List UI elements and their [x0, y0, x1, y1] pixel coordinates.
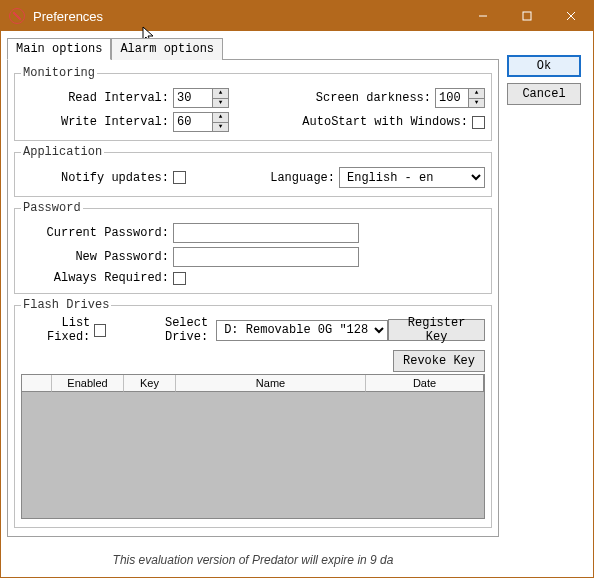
- svg-rect-1: [523, 12, 531, 20]
- write-interval-spinner[interactable]: ▲▼: [173, 112, 229, 132]
- password-group: Password Current Password: New Password:…: [14, 201, 492, 294]
- autostart-label: AutoStart with Windows:: [229, 115, 472, 129]
- close-button[interactable]: [549, 1, 593, 31]
- minimize-icon: [478, 11, 488, 21]
- window-title: Preferences: [33, 9, 103, 24]
- always-required-checkbox[interactable]: [173, 272, 186, 285]
- notify-updates-checkbox[interactable]: [173, 171, 186, 184]
- flash-drives-group: Flash Drives List Fixed: Select Drive: D…: [14, 298, 492, 528]
- screen-darkness-spin-buttons[interactable]: ▲▼: [469, 88, 485, 108]
- tabs-bar: Main options Alarm options: [7, 37, 499, 60]
- screen-darkness-input[interactable]: [435, 88, 469, 108]
- col-name[interactable]: Name: [176, 375, 366, 392]
- col-key[interactable]: Key: [124, 375, 176, 392]
- monitoring-group: Monitoring Read Interval: ▲▼ Screen dark…: [14, 66, 492, 141]
- read-interval-label: Read Interval:: [21, 91, 173, 105]
- preferences-window: Preferences Main options Alarm options M…: [0, 0, 594, 578]
- tab-alarm-options[interactable]: Alarm options: [111, 38, 223, 60]
- col-enabled[interactable]: Enabled: [52, 375, 124, 392]
- cancel-button[interactable]: Cancel: [507, 83, 581, 105]
- current-password-input[interactable]: [173, 223, 359, 243]
- screen-darkness-label: Screen darkness:: [229, 91, 435, 105]
- maximize-icon: [522, 11, 532, 21]
- tab-main-options[interactable]: Main options: [7, 38, 111, 60]
- ok-button[interactable]: Ok: [507, 55, 581, 77]
- language-label: Language:: [186, 171, 339, 185]
- write-interval-spin-buttons[interactable]: ▲▼: [213, 112, 229, 132]
- col-blank[interactable]: [22, 375, 52, 392]
- keys-table: Enabled Key Name Date: [21, 374, 485, 519]
- flash-drives-legend: Flash Drives: [21, 298, 111, 312]
- read-interval-spin-buttons[interactable]: ▲▼: [213, 88, 229, 108]
- application-legend: Application: [21, 145, 104, 159]
- close-icon: [566, 11, 576, 21]
- col-date[interactable]: Date: [366, 375, 484, 392]
- app-icon: [9, 8, 25, 24]
- select-drive-label: Select Drive:: [123, 316, 212, 344]
- table-header: Enabled Key Name Date: [22, 375, 484, 392]
- tab-content: Monitoring Read Interval: ▲▼ Screen dark…: [7, 60, 499, 537]
- revoke-key-button[interactable]: Revoke Key: [393, 350, 485, 372]
- evaluation-footer: This evaluation version of Predator will…: [7, 537, 499, 577]
- monitoring-legend: Monitoring: [21, 66, 97, 80]
- write-interval-input[interactable]: [173, 112, 213, 132]
- list-fixed-checkbox[interactable]: [94, 324, 106, 337]
- new-password-input[interactable]: [173, 247, 359, 267]
- titlebar: Preferences: [1, 1, 593, 31]
- select-drive-select[interactable]: D: Removable 0G "128MB": [216, 320, 388, 341]
- autostart-checkbox[interactable]: [472, 116, 485, 129]
- minimize-button[interactable]: [461, 1, 505, 31]
- read-interval-input[interactable]: [173, 88, 213, 108]
- new-password-label: New Password:: [21, 250, 173, 264]
- always-required-label: Always Required:: [21, 271, 173, 285]
- write-interval-label: Write Interval:: [21, 115, 173, 129]
- current-password-label: Current Password:: [21, 226, 173, 240]
- read-interval-spinner[interactable]: ▲▼: [173, 88, 229, 108]
- screen-darkness-spinner[interactable]: ▲▼: [435, 88, 485, 108]
- list-fixed-label: List Fixed:: [21, 316, 94, 344]
- language-select[interactable]: English - en: [339, 167, 485, 188]
- register-key-button[interactable]: Register Key: [388, 319, 485, 341]
- maximize-button[interactable]: [505, 1, 549, 31]
- table-body: [22, 392, 484, 518]
- application-group: Application Notify updates: Language: En…: [14, 145, 492, 197]
- notify-updates-label: Notify updates:: [21, 171, 173, 185]
- password-legend: Password: [21, 201, 83, 215]
